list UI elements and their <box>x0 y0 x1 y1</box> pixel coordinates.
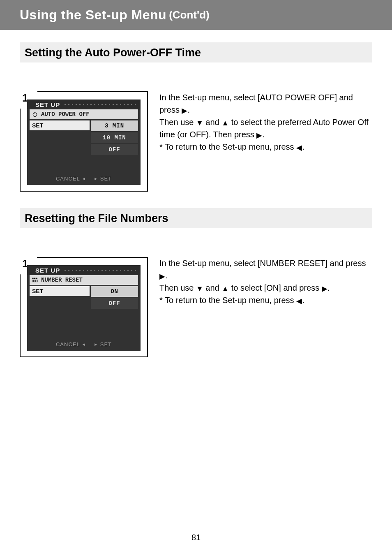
step-row-2: 1 SET UP NUMBER RESET <box>20 257 372 357</box>
option-off: OFF <box>91 144 138 155</box>
lcd-subheader: AUTO POWER OFF <box>30 109 138 119</box>
lcd-body: SET ON OFF <box>30 286 138 309</box>
section-title: Setting the Auto Power-OFF Time <box>25 46 367 59</box>
lcd-sub-label: AUTO POWER OFF <box>41 111 90 118</box>
page-number: 81 <box>0 533 392 542</box>
lcd-left-column: SET <box>30 120 90 155</box>
section-header-number-reset: Resetting the File Numbers <box>20 208 372 228</box>
option-on: ON <box>91 286 138 297</box>
triangle-right-icon: ► <box>94 176 98 181</box>
screenshot-1-container: 1 SET UP AUTO POWER OFF SET <box>20 91 148 192</box>
instruction-line-3: * To return to the Set-up menu, press ◀. <box>159 141 372 153</box>
lcd-footer: CANCEL ◄ ► SET <box>27 341 141 347</box>
footer-cancel: CANCEL <box>56 176 80 182</box>
instruction-line-1: In the Set-up menu, select [NUMBER RESET… <box>159 257 372 282</box>
lcd-panel: SET UP AUTO POWER OFF SET <box>27 99 141 185</box>
footer-set: SET <box>100 341 112 347</box>
lcd-sub-label: NUMBER RESET <box>41 277 83 283</box>
banner-title: Using the Set-up Menu <box>20 7 166 23</box>
option-off: OFF <box>91 298 138 309</box>
power-icon <box>31 111 39 118</box>
up-arrow-icon: ▲ <box>221 285 229 292</box>
down-arrow-icon: ▼ <box>196 285 203 292</box>
footer-set: SET <box>100 176 112 182</box>
instruction-line-2: Then use ▼ and ▲ to select [ON] and pres… <box>159 282 372 294</box>
lcd-top-label: SET UP <box>35 101 60 108</box>
screenshot-2-container: 1 SET UP NUMBER RESET <box>20 257 148 357</box>
page: Using the Set-up Menu (Cont'd) Setting t… <box>0 0 392 553</box>
instructions-number-reset: In the Set-up menu, select [NUMBER RESET… <box>159 257 372 357</box>
lcd-footer: CANCEL ◄ ► SET <box>27 176 141 182</box>
page-banner: Using the Set-up Menu (Cont'd) <box>0 0 392 30</box>
screenshot-2: 1 SET UP NUMBER RESET <box>20 257 148 357</box>
triangle-left-icon: ◄ <box>82 176 86 181</box>
right-arrow-icon: ▶ <box>256 132 262 139</box>
triangle-right-icon: ► <box>94 342 98 347</box>
svg-rect-6 <box>34 280 35 282</box>
section-header-auto-power-off: Setting the Auto Power-OFF Time <box>20 42 372 62</box>
svg-rect-2 <box>32 278 33 279</box>
section-title: Resetting the File Numbers <box>25 212 367 225</box>
left-arrow-icon: ◀ <box>296 144 302 151</box>
down-arrow-icon: ▼ <box>196 119 203 127</box>
lcd-dots <box>63 270 138 271</box>
lcd-top-label: SET UP <box>35 267 60 274</box>
option-3min: 3 MIN <box>91 120 138 131</box>
banner-contd: (Cont'd) <box>169 9 210 21</box>
up-arrow-icon: ▲ <box>221 119 229 127</box>
right-arrow-icon: ▶ <box>322 285 327 292</box>
right-arrow-icon: ▶ <box>159 273 165 280</box>
instruction-line-1: In the Set-up menu, select [AUTO POWER O… <box>159 91 372 116</box>
lcd-top-bar: SET UP <box>27 99 141 109</box>
grid-icon <box>31 276 39 284</box>
instruction-line-3: * To return to the Set-up menu, press ◀. <box>159 294 372 306</box>
lcd-body: SET 3 MIN 10 MIN OFF <box>30 120 138 155</box>
screenshot-1: 1 SET UP AUTO POWER OFF SET <box>20 91 148 192</box>
svg-rect-4 <box>36 278 37 279</box>
left-arrow-icon: ◀ <box>296 297 302 305</box>
lcd-top-bar: SET UP <box>27 265 141 275</box>
svg-rect-5 <box>32 280 33 282</box>
footer-cancel: CANCEL <box>56 341 80 347</box>
triangle-left-icon: ◄ <box>82 342 86 347</box>
step-row-1: 1 SET UP AUTO POWER OFF SET <box>20 91 372 192</box>
svg-rect-3 <box>34 278 35 279</box>
lcd-left-column: SET <box>30 286 90 309</box>
svg-rect-7 <box>36 280 37 282</box>
lcd-options: ON OFF <box>91 286 138 309</box>
lcd-panel: SET UP NUMBER RESET <box>27 265 141 351</box>
right-arrow-icon: ▶ <box>182 107 187 114</box>
lcd-subheader: NUMBER RESET <box>30 275 138 285</box>
lcd-dots <box>63 104 138 105</box>
lcd-left-label: SET <box>30 120 90 130</box>
lcd-options: 3 MIN 10 MIN OFF <box>91 120 138 155</box>
option-10min: 10 MIN <box>91 132 138 143</box>
instructions-auto-power-off: In the Set-up menu, select [AUTO POWER O… <box>159 91 372 192</box>
instruction-line-2: Then use ▼ and ▲ to select the preferred… <box>159 116 372 141</box>
lcd-left-label: SET <box>30 286 90 296</box>
